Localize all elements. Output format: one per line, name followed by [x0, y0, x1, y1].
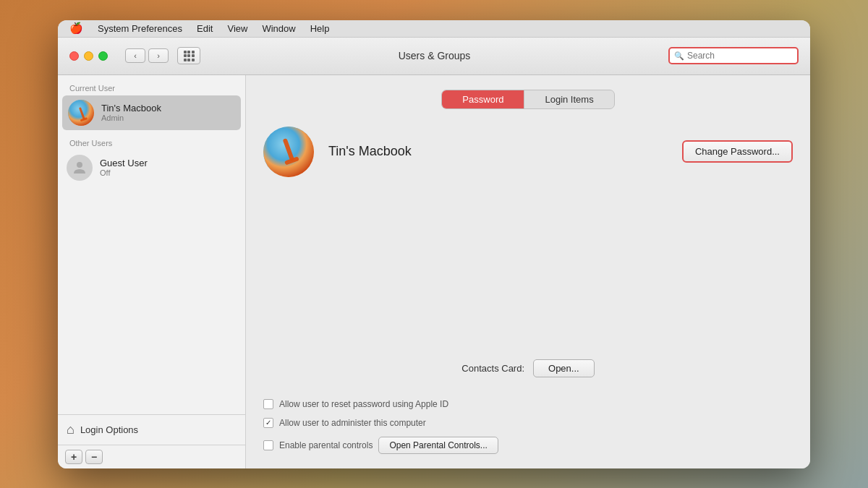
- window-title: Users & Groups: [209, 50, 660, 61]
- tab-group: Password Login Items: [441, 90, 614, 109]
- sidebar-buttons: + −: [58, 445, 245, 468]
- system-preferences-window: 🍎 System Preferences Edit View Window He…: [58, 20, 810, 468]
- grid-icon: [184, 51, 195, 61]
- parental-controls-row: Enable parental controls Open Parental C…: [263, 437, 793, 454]
- checkbox-parental-label: Enable parental controls: [279, 440, 373, 450]
- right-panel: Password Login Items: [246, 75, 810, 468]
- forward-button[interactable]: ›: [148, 48, 169, 63]
- sidebar: Current User: [58, 75, 246, 468]
- menu-view[interactable]: View: [227, 23, 247, 34]
- current-user-label: Current User: [58, 75, 245, 95]
- contacts-open-button[interactable]: Open...: [533, 359, 595, 377]
- profile-avatar: [263, 127, 314, 177]
- svg-point-3: [77, 162, 82, 168]
- current-user-avatar: [68, 100, 94, 126]
- guest-user-name: Guest User: [100, 158, 148, 168]
- guest-user-item[interactable]: Guest User Off: [58, 150, 245, 185]
- contacts-section: Contacts Card: Open...: [263, 359, 793, 377]
- checkbox-row-administer: ✓ Allow user to administer this computer: [263, 418, 793, 428]
- change-password-button[interactable]: Change Password...: [682, 140, 793, 163]
- login-options-label: Login Options: [80, 424, 138, 435]
- checkbox-reset-password[interactable]: [263, 399, 273, 409]
- checkbox-administer-label: Allow user to administer this computer: [279, 418, 426, 428]
- menu-edit[interactable]: Edit: [197, 23, 213, 34]
- grid-view-button[interactable]: [177, 47, 200, 64]
- checkboxes-section: Allow user to reset password using Apple…: [263, 399, 793, 454]
- current-user-role: Admin: [101, 114, 161, 122]
- search-icon: 🔍: [674, 51, 684, 61]
- back-button[interactable]: ‹: [125, 48, 145, 63]
- menu-help[interactable]: Help: [310, 23, 330, 34]
- remove-user-button[interactable]: −: [85, 450, 103, 464]
- nav-buttons: ‹ ›: [125, 48, 169, 63]
- traffic-lights: [69, 51, 108, 61]
- profile-name: Tin's Macbook: [328, 144, 668, 159]
- guest-user-avatar: [67, 155, 93, 181]
- titlebar: ‹ › Users & Groups 🔍: [58, 38, 810, 75]
- guest-user-status: Off: [100, 168, 148, 177]
- search-box[interactable]: 🔍: [668, 47, 799, 64]
- menu-window[interactable]: Window: [262, 23, 295, 34]
- close-button[interactable]: [69, 51, 79, 61]
- search-input[interactable]: [687, 51, 793, 61]
- main-content: Current User: [58, 75, 810, 468]
- current-user-name: Tin's Macbook: [101, 103, 161, 114]
- tab-bar: Password Login Items: [263, 90, 793, 109]
- guest-user-info: Guest User Off: [100, 158, 148, 177]
- checkbox-row-reset: Allow user to reset password using Apple…: [263, 399, 793, 409]
- login-options-item[interactable]: ⌂ Login Options: [58, 414, 245, 445]
- checkbox-administer[interactable]: ✓: [263, 418, 273, 428]
- menubar: 🍎 System Preferences Edit View Window He…: [58, 20, 810, 38]
- menu-system-preferences[interactable]: System Preferences: [98, 23, 182, 34]
- open-parental-controls-button[interactable]: Open Parental Controls...: [378, 437, 498, 454]
- current-user-info: Tin's Macbook Admin: [101, 103, 161, 122]
- tab-login-items[interactable]: Login Items: [524, 90, 613, 108]
- profile-section: Tin's Macbook Change Password...: [263, 127, 793, 177]
- maximize-button[interactable]: [98, 51, 108, 61]
- current-user-item[interactable]: Tin's Macbook Admin: [62, 95, 241, 130]
- apple-menu[interactable]: 🍎: [69, 22, 83, 35]
- add-user-button[interactable]: +: [65, 450, 82, 464]
- checkbox-reset-label: Allow user to reset password using Apple…: [279, 399, 448, 409]
- minimize-button[interactable]: [84, 51, 93, 61]
- checkbox-parental[interactable]: [263, 440, 273, 450]
- tab-password[interactable]: Password: [442, 90, 524, 108]
- other-users-label: Other Users: [58, 130, 245, 150]
- contacts-label: Contacts Card:: [461, 363, 524, 374]
- home-icon: ⌂: [67, 422, 75, 437]
